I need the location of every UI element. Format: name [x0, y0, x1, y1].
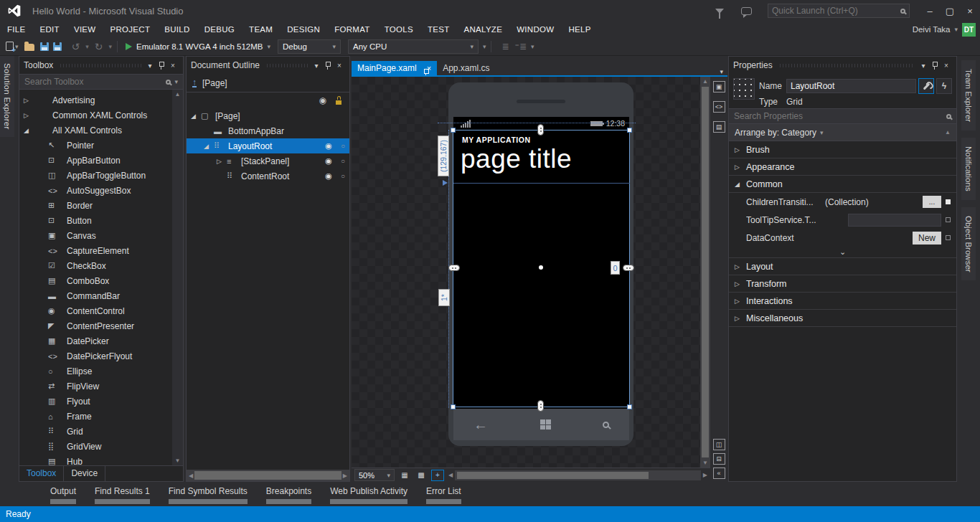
bottom-panel-tab[interactable]: Find Symbol Results: [169, 486, 248, 504]
scroll-up-icon[interactable]: ▲: [702, 78, 708, 85]
scroll-up-icon[interactable]: ▲: [945, 129, 951, 136]
toolbox-item[interactable]: ▣ Canvas: [19, 228, 183, 243]
selection-handle-topleft[interactable]: [451, 128, 456, 133]
expander-icon[interactable]: ◢: [24, 127, 34, 134]
toolbox-item[interactable]: ▷ Advertising: [19, 92, 183, 108]
toolbox-search-input[interactable]: [24, 77, 166, 87]
toolbox-item[interactable]: ▬ CommandBar: [19, 288, 183, 303]
toolbox-item[interactable]: ☑ CheckBox: [19, 258, 183, 273]
search-icon[interactable]: [946, 114, 951, 119]
property-marker[interactable]: [946, 199, 951, 204]
save-button[interactable]: [40, 42, 49, 51]
property-marker[interactable]: [946, 217, 951, 222]
document-outline-view-icon[interactable]: ▤: [713, 121, 725, 133]
menu-item[interactable]: FORMAT: [327, 23, 377, 36]
toolbox-search-box[interactable]: ▾: [19, 74, 183, 90]
pin-icon[interactable]: [929, 60, 941, 71]
scroll-right-icon[interactable]: ▶: [343, 473, 347, 479]
property-category[interactable]: ▷ Transform: [729, 275, 956, 293]
anchor-handle-bottom[interactable]: [537, 400, 544, 412]
menu-item[interactable]: WINDOW: [509, 23, 561, 36]
menu-item[interactable]: DEBUG: [197, 23, 242, 36]
expander-icon[interactable]: ▷: [735, 163, 746, 171]
outline-menu-caret[interactable]: ▾: [311, 60, 322, 71]
visibility-eye-icon[interactable]: ◉: [321, 141, 336, 151]
search-options-caret[interactable]: ▾: [174, 78, 178, 85]
anchor-handle-top[interactable]: [537, 124, 544, 136]
properties-search-box[interactable]: [729, 108, 956, 124]
expander-icon[interactable]: ◢: [735, 181, 746, 188]
expander-icon[interactable]: ▷: [735, 315, 746, 322]
close-icon[interactable]: ×: [334, 60, 345, 71]
signed-in-user[interactable]: Deivi Taka: [913, 25, 951, 34]
properties-search-input[interactable]: [734, 111, 946, 121]
property-category[interactable]: ▷ Layout: [729, 258, 956, 275]
quick-launch-box[interactable]: [768, 4, 910, 18]
toolbar-overflow[interactable]: ▾: [483, 43, 486, 50]
bottom-panel-tab[interactable]: Find Results 1: [95, 486, 150, 504]
minimize-button[interactable]: –: [920, 3, 940, 19]
properties-menu-caret[interactable]: ▾: [918, 60, 929, 71]
selection-handle-bottomleft[interactable]: [451, 404, 456, 409]
user-dropdown-caret[interactable]: ▾: [954, 26, 958, 33]
toolbox-item[interactable]: ⣿ GridView: [19, 439, 183, 454]
show-grid-icon[interactable]: ▦: [398, 470, 411, 481]
outline-row[interactable]: ◢ ▢ [Page]: [187, 108, 349, 123]
search-icon[interactable]: [166, 80, 171, 85]
name-input[interactable]: [786, 79, 916, 93]
anchor-handle-right[interactable]: [623, 265, 634, 271]
outline-breadcrumb[interactable]: ↑ [Page]: [187, 74, 349, 92]
expander-icon[interactable]: ▷: [217, 158, 227, 165]
toolbox-item[interactable]: <> CaptureElement: [19, 243, 183, 258]
lock-state-icon[interactable]: ○: [336, 157, 349, 165]
expander-icon[interactable]: ▷: [24, 112, 34, 119]
toolbox-menu-caret[interactable]: ▾: [144, 60, 156, 71]
property-category[interactable]: ▷ Miscellaneous: [729, 310, 956, 327]
vertical-tool-tab[interactable]: Notifications: [961, 138, 976, 200]
search-icon[interactable]: [900, 9, 905, 14]
bottom-panel-tab[interactable]: Web Publish Activity: [330, 486, 407, 504]
tooltip-value-input[interactable]: [848, 214, 941, 227]
menu-item[interactable]: TEST: [420, 23, 457, 36]
close-icon[interactable]: ×: [167, 60, 179, 71]
outline-horizontal-scrollbar[interactable]: ◀ ▶: [187, 470, 349, 481]
quick-launch-input[interactable]: [772, 6, 900, 16]
properties-view-button[interactable]: [918, 78, 934, 94]
toolbox-item[interactable]: ⇄ FlipView: [19, 379, 183, 394]
design-view-icon[interactable]: ▣: [713, 81, 725, 92]
redo-button[interactable]: ↻: [95, 41, 103, 52]
toolbox-item[interactable]: ↖ Pointer: [19, 138, 183, 153]
toolbox-item[interactable]: <> AutoSuggestBox: [19, 183, 183, 198]
toolbox-item[interactable]: ◉ ContentControl: [19, 303, 183, 318]
scroll-up-icon[interactable]: ▲: [175, 91, 181, 98]
show-advanced-properties-chevron[interactable]: ⌄: [729, 247, 956, 258]
solution-platform-dropdown[interactable]: Any CPU▾: [348, 39, 479, 54]
toolbox-item[interactable]: ⊡ Button: [19, 213, 183, 228]
debug-target-caret[interactable]: ▾: [267, 43, 270, 50]
expander-icon[interactable]: ◢: [204, 143, 214, 150]
visibility-eye-icon[interactable]: ◉: [321, 171, 336, 181]
designer-horizontal-scrollbar[interactable]: [455, 470, 701, 480]
bottom-panel-tab[interactable]: Output: [50, 486, 76, 504]
tab-list-caret[interactable]: ▾: [720, 68, 723, 75]
menu-item[interactable]: VIEW: [67, 23, 103, 36]
close-button[interactable]: ×: [960, 3, 980, 19]
undo-caret[interactable]: ▾: [85, 43, 89, 50]
menu-item[interactable]: TEAM: [242, 23, 280, 36]
toolbox-item[interactable]: ▤ ComboBox: [19, 273, 183, 288]
scroll-right-icon[interactable]: ▶: [703, 472, 707, 478]
tab-mainpage-xaml[interactable]: MainPage.xaml ×: [352, 61, 437, 75]
vertical-tool-tab[interactable]: Team Explorer: [961, 60, 976, 130]
pin-icon[interactable]: [156, 60, 167, 71]
outline-row[interactable]: ▬ BottomAppBar: [187, 123, 349, 138]
pin-icon[interactable]: [322, 60, 334, 71]
selection-handle-topright[interactable]: [627, 128, 632, 133]
feedback-icon[interactable]: [741, 7, 752, 15]
grid-row-divider[interactable]: [453, 183, 630, 184]
menu-item[interactable]: EDIT: [33, 23, 67, 36]
menu-item[interactable]: FILE: [0, 23, 33, 36]
toolbox-item[interactable]: ▤ Hub: [19, 454, 183, 465]
horizontal-split-icon[interactable]: ⊟: [713, 453, 725, 465]
designer-vertical-scrollbar[interactable]: ▲ ▼: [700, 77, 710, 468]
toolbar-overflow-2[interactable]: ▾: [531, 43, 534, 50]
